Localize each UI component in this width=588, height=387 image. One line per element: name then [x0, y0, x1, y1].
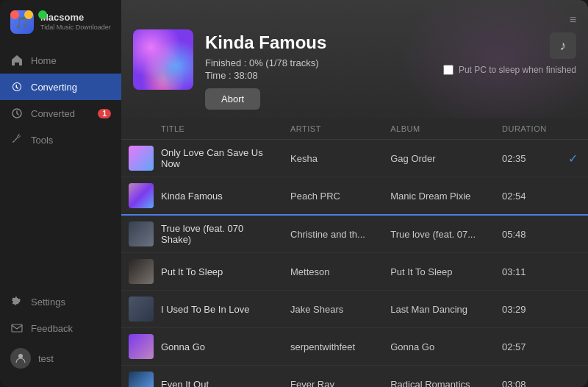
main-content: ≡ Kinda Famous Finished : 0% (1/78 track… — [121, 0, 588, 387]
track-thumbnail — [129, 334, 154, 359]
track-artist: Kesha — [283, 140, 383, 177]
track-title-cell: I Used To Be In Love — [129, 297, 276, 322]
album-time: Time : 38:08 — [205, 70, 326, 81]
track-status — [561, 215, 588, 253]
track-status — [561, 253, 588, 291]
sidebar-item-settings[interactable]: Settings — [0, 288, 121, 315]
sidebar-item-feedback[interactable]: Feedback — [0, 315, 121, 341]
sidebar-label-settings: Settings — [31, 297, 65, 308]
sidebar-bottom: Settings Feedback test — [0, 281, 121, 387]
track-title: True love (feat. 070 Shake) — [161, 223, 276, 245]
menu-icon[interactable]: ≡ — [570, 13, 576, 26]
track-title-cell: Kinda Famous — [129, 183, 276, 208]
music-note-button[interactable]: ♪ — [550, 32, 576, 59]
table-row[interactable]: Put It To Sleep MettesonPut It To Sleep0… — [121, 253, 588, 291]
sidebar-item-home[interactable]: Home — [0, 47, 121, 74]
sidebar-label-tools: Tools — [31, 135, 53, 146]
table-row[interactable]: Only Love Can Save Us Now KeshaGag Order… — [121, 140, 588, 177]
track-artist: Metteson — [283, 253, 383, 291]
svg-rect-1 — [12, 324, 22, 332]
track-title-cell: Gonna Go — [129, 334, 276, 359]
sidebar-item-converted[interactable]: Converted 1 — [0, 100, 121, 127]
track-status — [561, 366, 588, 388]
sidebar-label-feedback: Feedback — [31, 323, 73, 334]
track-album: Put It To Sleep — [383, 253, 495, 291]
track-artist: Jake Shears — [283, 291, 383, 328]
track-duration: 03:29 — [495, 291, 561, 328]
album-actions: ♪ Put PC to sleep when finished — [443, 29, 576, 75]
table-row[interactable]: Even It Out Fever RayRadical Romantics03… — [121, 366, 588, 388]
sleep-checkbox[interactable] — [443, 65, 453, 75]
track-album: Gonna Go — [383, 328, 495, 366]
track-status — [561, 177, 588, 216]
sidebar-label-converting: Converting — [31, 82, 77, 93]
track-duration: 02:54 — [495, 177, 561, 216]
svg-point-2 — [18, 354, 23, 358]
album-info: Kinda Famous Finished : 0% (1/78 tracks)… — [205, 29, 326, 110]
track-title-cell: True love (feat. 070 Shake) — [129, 221, 276, 246]
sleep-check-area: Put PC to sleep when finished — [443, 65, 576, 75]
track-duration: 02:57 — [495, 328, 561, 366]
album-status: Finished : 0% (1/78 tracks) — [205, 57, 326, 68]
track-title: Even It Out — [161, 379, 209, 388]
username: test — [38, 353, 54, 364]
album-title: Kinda Famous — [205, 32, 326, 53]
sidebar-nav: Home Converting Converted 1 Tools — [0, 41, 121, 281]
track-title: Gonna Go — [161, 341, 205, 352]
tools-icon — [10, 133, 24, 146]
col-header-artist: ARTIST — [283, 118, 383, 140]
sync-icon — [10, 80, 24, 93]
track-title-cell: Put It To Sleep — [129, 259, 276, 284]
track-duration: 03:08 — [495, 366, 561, 388]
track-album: Manic Dream Pixie — [383, 177, 495, 216]
track-title: Put It To Sleep — [161, 266, 223, 277]
sidebar-label-home: Home — [31, 55, 57, 66]
track-album: True love (feat. 07... — [383, 215, 495, 253]
track-thumbnail — [129, 221, 154, 246]
track-thumbnail — [129, 297, 154, 322]
track-thumbnail — [129, 259, 154, 284]
minimize-button[interactable] — [24, 10, 33, 19]
track-status — [561, 328, 588, 366]
table-row[interactable]: I Used To Be In Love Jake ShearsLast Man… — [121, 291, 588, 328]
track-table: TITLE ARTIST ALBUM DURATION Only Love Ca… — [121, 118, 588, 387]
sidebar-label-converted: Converted — [31, 108, 75, 119]
track-artist: Christine and th... — [283, 215, 383, 253]
sidebar-item-tools[interactable]: Tools — [0, 127, 121, 153]
app-name-block: Macsome Tidal Music Downloader — [40, 12, 111, 32]
track-duration: 03:11 — [495, 253, 561, 291]
close-button[interactable] — [10, 10, 19, 19]
avatar — [10, 348, 31, 369]
track-artist: Fever Ray — [283, 366, 383, 388]
home-icon — [10, 54, 24, 67]
col-header-title: TITLE — [121, 118, 283, 140]
track-status: ✓ — [561, 140, 588, 177]
col-header-album: ALBUM — [383, 118, 495, 140]
track-album: Gag Order — [383, 140, 495, 177]
track-title: Kinda Famous — [161, 191, 223, 202]
album-art — [133, 29, 193, 90]
track-title: Only Love Can Save Us Now — [161, 147, 276, 169]
track-artist: serpentwithfeet — [283, 328, 383, 366]
gear-icon — [10, 295, 24, 308]
track-status — [561, 291, 588, 328]
maximize-button[interactable] — [38, 10, 47, 19]
table-header-row: TITLE ARTIST ALBUM DURATION — [121, 118, 588, 140]
track-title: I Used To Be In Love — [161, 304, 249, 315]
track-thumbnail — [129, 146, 154, 171]
abort-button[interactable]: Abort — [205, 88, 260, 110]
track-list-container[interactable]: TITLE ARTIST ALBUM DURATION Only Love Ca… — [121, 118, 588, 387]
track-thumbnail — [129, 183, 154, 208]
col-header-status — [561, 118, 588, 140]
sidebar: 🎵 Macsome Tidal Music Downloader Home Co… — [0, 0, 121, 387]
user-area[interactable]: test — [0, 341, 121, 375]
table-row[interactable]: True love (feat. 070 Shake) Christine an… — [121, 215, 588, 253]
track-title-cell: Only Love Can Save Us Now — [129, 146, 276, 171]
table-row[interactable]: Gonna Go serpentwithfeetGonna Go02:57 — [121, 328, 588, 366]
table-row[interactable]: Kinda Famous Peach PRCManic Dream Pixie0… — [121, 177, 588, 216]
sidebar-item-converting[interactable]: Converting — [0, 74, 121, 100]
track-duration: 05:48 — [495, 215, 561, 253]
app-title-bar: 🎵 Macsome Tidal Music Downloader — [0, 0, 121, 41]
app-name: Macsome — [40, 12, 111, 24]
track-title-cell: Even It Out — [129, 372, 276, 387]
